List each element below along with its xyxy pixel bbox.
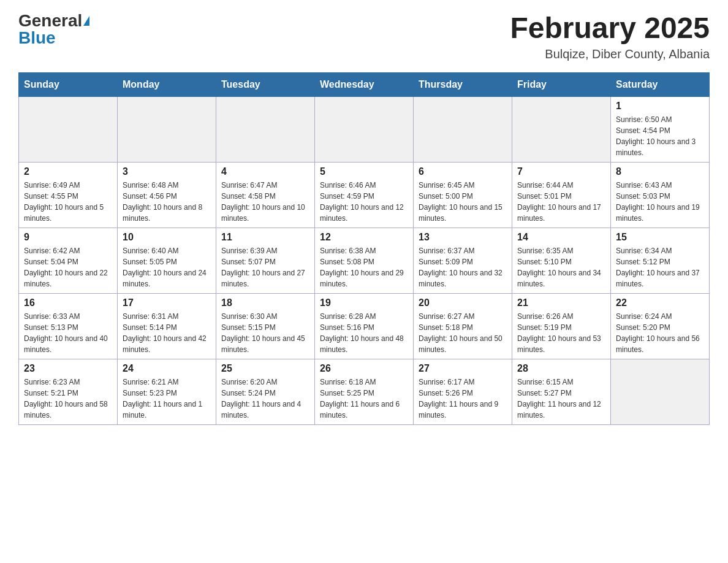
- day-number: 28: [517, 363, 605, 374]
- calendar-cell: 10Sunrise: 6:40 AM Sunset: 5:05 PM Dayli…: [118, 228, 216, 293]
- day-info: Sunrise: 6:20 AM Sunset: 5:24 PM Dayligh…: [221, 377, 309, 421]
- day-number: 10: [123, 232, 211, 243]
- day-number: 16: [24, 297, 112, 308]
- day-number: 5: [320, 166, 408, 177]
- day-number: 15: [616, 232, 704, 243]
- day-number: 18: [221, 297, 309, 308]
- calendar-cell: 2Sunrise: 6:49 AM Sunset: 4:55 PM Daylig…: [19, 162, 118, 228]
- calendar-cell: 16Sunrise: 6:33 AM Sunset: 5:13 PM Dayli…: [19, 293, 118, 359]
- location-title: Bulqize, Diber County, Albania: [510, 47, 710, 61]
- day-number: 9: [24, 232, 112, 243]
- day-info: Sunrise: 6:28 AM Sunset: 5:16 PM Dayligh…: [320, 311, 408, 355]
- day-info: Sunrise: 6:26 AM Sunset: 5:19 PM Dayligh…: [517, 311, 605, 355]
- day-info: Sunrise: 6:30 AM Sunset: 5:15 PM Dayligh…: [221, 311, 309, 355]
- day-info: Sunrise: 6:17 AM Sunset: 5:26 PM Dayligh…: [419, 377, 507, 421]
- day-number: 4: [221, 166, 309, 177]
- day-info: Sunrise: 6:49 AM Sunset: 4:55 PM Dayligh…: [24, 180, 112, 224]
- day-info: Sunrise: 6:37 AM Sunset: 5:09 PM Dayligh…: [419, 245, 507, 289]
- calendar-week-row: 16Sunrise: 6:33 AM Sunset: 5:13 PM Dayli…: [19, 293, 710, 359]
- day-number: 2: [24, 166, 112, 177]
- logo-blue-text: Blue: [18, 29, 56, 47]
- day-info: Sunrise: 6:23 AM Sunset: 5:21 PM Dayligh…: [24, 377, 112, 421]
- calendar-cell: 24Sunrise: 6:21 AM Sunset: 5:23 PM Dayli…: [118, 359, 216, 424]
- calendar-cell: [414, 96, 512, 162]
- day-info: Sunrise: 6:50 AM Sunset: 4:54 PM Dayligh…: [616, 114, 704, 158]
- calendar-cell: 27Sunrise: 6:17 AM Sunset: 5:26 PM Dayli…: [414, 359, 512, 424]
- calendar-cell: 14Sunrise: 6:35 AM Sunset: 5:10 PM Dayli…: [512, 228, 611, 293]
- day-info: Sunrise: 6:48 AM Sunset: 4:56 PM Dayligh…: [123, 180, 211, 224]
- calendar-cell: 18Sunrise: 6:30 AM Sunset: 5:15 PM Dayli…: [216, 293, 315, 359]
- day-number: 14: [517, 232, 605, 243]
- day-number: 3: [123, 166, 211, 177]
- calendar-cell: 13Sunrise: 6:37 AM Sunset: 5:09 PM Dayli…: [414, 228, 512, 293]
- day-info: Sunrise: 6:45 AM Sunset: 5:00 PM Dayligh…: [419, 180, 507, 224]
- day-info: Sunrise: 6:27 AM Sunset: 5:18 PM Dayligh…: [419, 311, 507, 355]
- day-number: 6: [419, 166, 507, 177]
- day-number: 24: [123, 363, 211, 374]
- day-info: Sunrise: 6:46 AM Sunset: 4:59 PM Dayligh…: [320, 180, 408, 224]
- day-number: 17: [123, 297, 211, 308]
- day-number: 26: [320, 363, 408, 374]
- day-number: 23: [24, 363, 112, 374]
- day-header-tuesday: Tuesday: [216, 72, 315, 96]
- calendar-cell: 11Sunrise: 6:39 AM Sunset: 5:07 PM Dayli…: [216, 228, 315, 293]
- day-info: Sunrise: 6:42 AM Sunset: 5:04 PM Dayligh…: [24, 245, 112, 289]
- calendar-cell: [216, 96, 315, 162]
- day-number: 11: [221, 232, 309, 243]
- day-header-friday: Friday: [512, 72, 611, 96]
- month-title: February 2025: [510, 12, 710, 45]
- day-header-monday: Monday: [118, 72, 216, 96]
- calendar-week-row: 1Sunrise: 6:50 AM Sunset: 4:54 PM Daylig…: [19, 96, 710, 162]
- calendar-cell: 21Sunrise: 6:26 AM Sunset: 5:19 PM Dayli…: [512, 293, 611, 359]
- calendar-cell: 3Sunrise: 6:48 AM Sunset: 4:56 PM Daylig…: [118, 162, 216, 228]
- day-info: Sunrise: 6:21 AM Sunset: 5:23 PM Dayligh…: [123, 377, 211, 421]
- calendar-table: SundayMondayTuesdayWednesdayThursdayFrid…: [18, 72, 710, 425]
- day-info: Sunrise: 6:33 AM Sunset: 5:13 PM Dayligh…: [24, 311, 112, 355]
- day-info: Sunrise: 6:24 AM Sunset: 5:20 PM Dayligh…: [616, 311, 704, 355]
- header: General Blue February 2025 Bulqize, Dibe…: [18, 12, 710, 61]
- day-number: 19: [320, 297, 408, 308]
- day-number: 25: [221, 363, 309, 374]
- logo-general-text: General: [18, 12, 82, 29]
- day-number: 27: [419, 363, 507, 374]
- calendar-cell: 5Sunrise: 6:46 AM Sunset: 4:59 PM Daylig…: [315, 162, 414, 228]
- calendar-cell: 26Sunrise: 6:18 AM Sunset: 5:25 PM Dayli…: [315, 359, 414, 424]
- calendar-week-row: 23Sunrise: 6:23 AM Sunset: 5:21 PM Dayli…: [19, 359, 710, 424]
- calendar-cell: [512, 96, 611, 162]
- day-info: Sunrise: 6:39 AM Sunset: 5:07 PM Dayligh…: [221, 245, 309, 289]
- calendar-week-row: 2Sunrise: 6:49 AM Sunset: 4:55 PM Daylig…: [19, 162, 710, 228]
- day-header-saturday: Saturday: [611, 72, 710, 96]
- calendar-cell: 6Sunrise: 6:45 AM Sunset: 5:00 PM Daylig…: [414, 162, 512, 228]
- calendar-cell: 7Sunrise: 6:44 AM Sunset: 5:01 PM Daylig…: [512, 162, 611, 228]
- day-number: 1: [616, 101, 704, 112]
- day-header-wednesday: Wednesday: [315, 72, 414, 96]
- day-info: Sunrise: 6:15 AM Sunset: 5:27 PM Dayligh…: [517, 377, 605, 421]
- day-number: 22: [616, 297, 704, 308]
- day-header-sunday: Sunday: [19, 72, 118, 96]
- day-header-thursday: Thursday: [414, 72, 512, 96]
- calendar-header-row: SundayMondayTuesdayWednesdayThursdayFrid…: [19, 72, 710, 96]
- calendar-cell: 25Sunrise: 6:20 AM Sunset: 5:24 PM Dayli…: [216, 359, 315, 424]
- calendar-cell: 23Sunrise: 6:23 AM Sunset: 5:21 PM Dayli…: [19, 359, 118, 424]
- calendar-cell: 15Sunrise: 6:34 AM Sunset: 5:12 PM Dayli…: [611, 228, 710, 293]
- calendar-cell: 1Sunrise: 6:50 AM Sunset: 4:54 PM Daylig…: [611, 96, 710, 162]
- calendar-cell: [611, 359, 710, 424]
- calendar-cell: 4Sunrise: 6:47 AM Sunset: 4:58 PM Daylig…: [216, 162, 315, 228]
- calendar-cell: 9Sunrise: 6:42 AM Sunset: 5:04 PM Daylig…: [19, 228, 118, 293]
- title-area: February 2025 Bulqize, Diber County, Alb…: [510, 12, 710, 61]
- calendar-cell: 12Sunrise: 6:38 AM Sunset: 5:08 PM Dayli…: [315, 228, 414, 293]
- calendar-cell: 8Sunrise: 6:43 AM Sunset: 5:03 PM Daylig…: [611, 162, 710, 228]
- day-number: 8: [616, 166, 704, 177]
- day-info: Sunrise: 6:18 AM Sunset: 5:25 PM Dayligh…: [320, 377, 408, 421]
- calendar-cell: 19Sunrise: 6:28 AM Sunset: 5:16 PM Dayli…: [315, 293, 414, 359]
- logo: General Blue: [18, 12, 89, 47]
- day-info: Sunrise: 6:47 AM Sunset: 4:58 PM Dayligh…: [221, 180, 309, 224]
- calendar-cell: 20Sunrise: 6:27 AM Sunset: 5:18 PM Dayli…: [414, 293, 512, 359]
- day-info: Sunrise: 6:38 AM Sunset: 5:08 PM Dayligh…: [320, 245, 408, 289]
- day-number: 7: [517, 166, 605, 177]
- day-number: 12: [320, 232, 408, 243]
- calendar-cell: 28Sunrise: 6:15 AM Sunset: 5:27 PM Dayli…: [512, 359, 611, 424]
- day-number: 13: [419, 232, 507, 243]
- day-info: Sunrise: 6:44 AM Sunset: 5:01 PM Dayligh…: [517, 180, 605, 224]
- day-info: Sunrise: 6:31 AM Sunset: 5:14 PM Dayligh…: [123, 311, 211, 355]
